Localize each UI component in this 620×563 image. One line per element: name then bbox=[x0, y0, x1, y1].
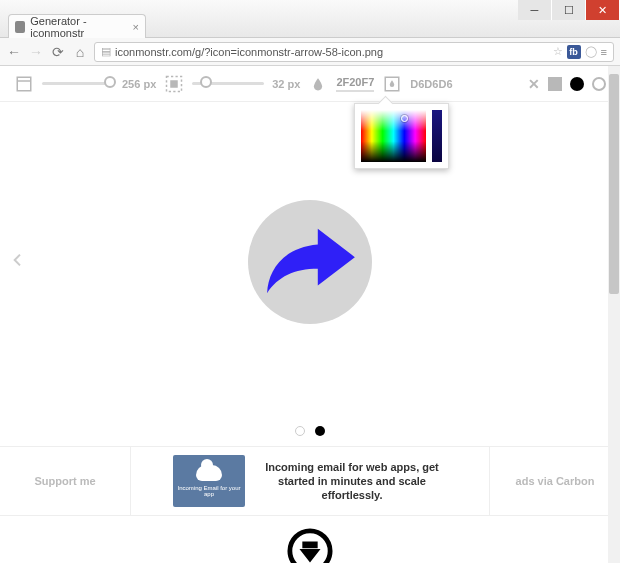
variant-dots bbox=[0, 422, 620, 446]
variant-dot-1[interactable] bbox=[295, 426, 305, 436]
download-button[interactable] bbox=[287, 528, 333, 563]
download-row bbox=[0, 516, 620, 563]
app-content: 256 px 32 px 2F20F7 D6D6D6 ✕ bbox=[0, 66, 620, 563]
menu-icon[interactable]: ≡ bbox=[601, 46, 607, 58]
ad-text: Incoming email for web apps, get started… bbox=[257, 460, 447, 503]
carbon-ad[interactable]: Incoming Email for your app Incoming ema… bbox=[130, 447, 490, 515]
svg-rect-0 bbox=[17, 77, 31, 91]
browser-nav-bar: ← → ⟳ ⌂ ▤ iconmonstr.com/g/?icon=iconmon… bbox=[0, 38, 620, 66]
window-controls: ─ ☐ ✕ bbox=[518, 0, 620, 20]
browser-tab[interactable]: Generator - iconmonstr × bbox=[8, 14, 146, 38]
padding-icon[interactable] bbox=[164, 74, 184, 94]
variant-dot-2[interactable] bbox=[315, 426, 325, 436]
back-button[interactable]: ← bbox=[6, 44, 22, 60]
canvas-size-slider[interactable] bbox=[42, 82, 114, 85]
generator-toolbar: 256 px 32 px 2F20F7 D6D6D6 ✕ bbox=[0, 66, 620, 102]
browser-chrome-top: ─ ☐ ✕ Generator - iconmonstr × bbox=[0, 0, 620, 38]
bg-square-icon[interactable] bbox=[548, 77, 562, 91]
arrow-share-icon bbox=[261, 223, 359, 301]
minimize-button[interactable]: ─ bbox=[518, 0, 552, 20]
bg-circle-black-icon[interactable] bbox=[570, 77, 584, 91]
icon-canvas bbox=[248, 200, 372, 324]
home-button[interactable]: ⌂ bbox=[72, 44, 88, 60]
padding-slider[interactable] bbox=[192, 82, 264, 85]
hue-column[interactable] bbox=[432, 110, 442, 162]
close-window-button[interactable]: ✕ bbox=[586, 0, 620, 20]
tab-title: Generator - iconmonstr bbox=[30, 15, 127, 39]
shield-icon[interactable]: ◯ bbox=[585, 45, 597, 58]
svg-rect-2 bbox=[171, 81, 177, 87]
ad-image-caption: Incoming Email for your app bbox=[173, 485, 245, 497]
footer-row: Support me Incoming Email for your app I… bbox=[0, 446, 620, 516]
url-text: iconmonstr.com/g/?icon=iconmonstr-arrow-… bbox=[115, 46, 383, 58]
support-me-link[interactable]: Support me bbox=[0, 475, 130, 487]
tab-close-icon[interactable]: × bbox=[133, 21, 139, 33]
bg-color-drop-icon[interactable] bbox=[382, 74, 402, 94]
padding-value: 32 px bbox=[272, 78, 300, 90]
prev-icon-button[interactable] bbox=[10, 247, 26, 277]
icon-color-drop-icon[interactable] bbox=[308, 74, 328, 94]
bg-color-value[interactable]: D6D6D6 bbox=[410, 78, 452, 90]
bg-none-icon[interactable]: ✕ bbox=[528, 76, 540, 92]
maximize-button[interactable]: ☐ bbox=[552, 0, 586, 20]
address-bar[interactable]: ▤ iconmonstr.com/g/?icon=iconmonstr-arro… bbox=[94, 42, 614, 62]
addr-right-icons: ☆ fb ◯ ≡ bbox=[553, 45, 607, 59]
color-picker-popup[interactable] bbox=[354, 103, 449, 169]
slider-thumb[interactable] bbox=[104, 76, 116, 88]
preview-area bbox=[0, 102, 620, 422]
icon-color-value[interactable]: 2F20F7 bbox=[336, 76, 374, 92]
color-spectrum[interactable] bbox=[361, 110, 426, 162]
forward-button[interactable]: → bbox=[28, 44, 44, 60]
ad-image: Incoming Email for your app bbox=[173, 455, 245, 507]
page-icon: ▤ bbox=[101, 45, 111, 58]
canvas-size-icon[interactable] bbox=[14, 74, 34, 94]
bg-circle-outline-icon[interactable] bbox=[592, 77, 606, 91]
spectrum-cursor[interactable] bbox=[401, 115, 408, 122]
star-icon[interactable]: ☆ bbox=[553, 45, 563, 58]
slider-thumb[interactable] bbox=[200, 76, 212, 88]
reload-button[interactable]: ⟳ bbox=[50, 44, 66, 60]
cloud-icon bbox=[196, 465, 222, 481]
facebook-icon[interactable]: fb bbox=[567, 45, 581, 59]
ads-via-carbon-link[interactable]: ads via Carbon bbox=[490, 475, 620, 487]
favicon-icon bbox=[15, 21, 25, 33]
canvas-size-value: 256 px bbox=[122, 78, 156, 90]
